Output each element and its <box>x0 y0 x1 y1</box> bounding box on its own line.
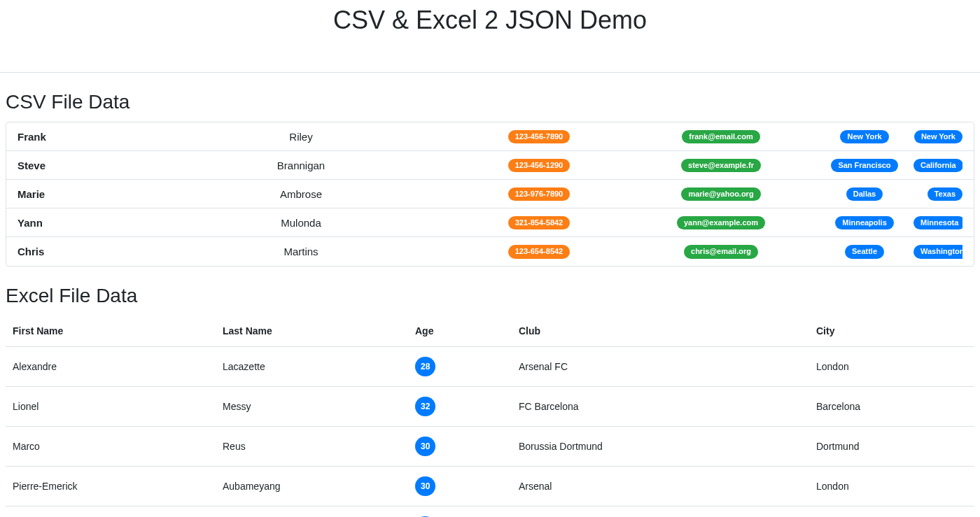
csv-first-name: Frank <box>18 131 150 143</box>
excel-age: 32 <box>408 387 512 427</box>
age-badge: 32 <box>415 397 435 416</box>
csv-last-name: Brannigan <box>150 160 451 171</box>
csv-first-name: Marie <box>18 188 150 200</box>
city-badge: Seattle <box>845 245 884 258</box>
col-last-header: Last Name <box>216 316 408 347</box>
phone-badge: 123-456-7890 <box>508 130 570 143</box>
csv-last-name: Riley <box>150 131 451 143</box>
city-badge: San Francisco <box>831 159 897 172</box>
city-badge: New York <box>840 130 888 143</box>
csv-last-name: Martins <box>150 246 451 257</box>
col-club-header: Club <box>512 316 809 347</box>
table-row: Pierre-Emerick Aubameyang 30 Arsenal Lon… <box>6 467 974 507</box>
city-badge: Minneapolis <box>835 216 894 229</box>
excel-first: Lionel <box>6 387 216 427</box>
excel-club: FC Barcelona <box>512 387 809 427</box>
csv-phone: 123-654-8542 <box>451 244 626 258</box>
csv-state: California <box>913 158 962 172</box>
excel-age: 30 <box>408 427 512 467</box>
csv-email: marie@yahoo.org <box>626 187 816 201</box>
csv-state: New York <box>913 129 962 143</box>
excel-table: First Name Last Name Age Club City Alexa… <box>6 316 974 517</box>
excel-city: Munich <box>809 507 974 518</box>
csv-state: Washington <box>913 244 962 258</box>
state-badge: Washington <box>913 245 962 258</box>
table-row: Steve Brannigan 123-456-1290 steve@examp… <box>6 151 974 180</box>
phone-badge: 123-654-8542 <box>508 245 570 258</box>
excel-club: Borussia Dortmund <box>512 427 809 467</box>
csv-phone: 123-456-1290 <box>451 158 626 172</box>
csv-first-name: Chris <box>18 246 150 257</box>
col-city-header: City <box>809 316 974 347</box>
csv-city: Minneapolis <box>816 215 913 229</box>
phone-badge: 123-456-1290 <box>508 159 570 172</box>
table-row: Yann Mulonda 321-854-5842 yann@example.c… <box>6 208 974 237</box>
state-badge: New York <box>914 130 962 143</box>
content: CSV File Data Frank Riley 123-456-7890 f… <box>0 91 980 517</box>
excel-age: 28 <box>408 347 512 387</box>
age-badge: 28 <box>415 357 435 376</box>
age-badge: 30 <box>415 476 435 496</box>
table-row: Marie Ambrose 123-976-7890 marie@yahoo.o… <box>6 180 974 208</box>
excel-city: London <box>809 347 974 387</box>
email-badge: steve@example.fr <box>681 159 761 172</box>
excel-first: Marco <box>6 427 216 467</box>
email-badge: yann@example.com <box>677 216 765 229</box>
excel-club: Arsenal FC <box>512 347 809 387</box>
phone-badge: 123-976-7890 <box>508 187 570 201</box>
table-row: Alexandre Lacazette 28 Arsenal FC London <box>6 347 974 387</box>
csv-table: Frank Riley 123-456-7890 frank@email.com… <box>6 122 974 267</box>
csv-first-name: Yann <box>18 217 150 229</box>
excel-age: 30 <box>408 467 512 507</box>
excel-section-heading: Excel File Data <box>6 285 974 307</box>
excel-first: Pierre-Emerick <box>6 467 216 507</box>
excel-club: FC Bayern Munich <box>512 507 809 518</box>
table-row: Robert Lewandowski 31 FC Bayern Munich M… <box>6 507 974 518</box>
excel-last: Reus <box>216 427 408 467</box>
csv-city: San Francisco <box>816 158 913 172</box>
table-row: Frank Riley 123-456-7890 frank@email.com… <box>6 122 974 151</box>
excel-club: Arsenal <box>512 467 809 507</box>
excel-age: 31 <box>408 507 512 518</box>
excel-city: Barcelona <box>809 387 974 427</box>
phone-badge: 321-854-5842 <box>508 216 570 229</box>
col-first-header: First Name <box>6 316 216 347</box>
csv-city: New York <box>816 129 913 143</box>
city-badge: Dallas <box>846 187 883 201</box>
csv-state: Minnesota <box>913 215 962 229</box>
hero: CSV & Excel 2 JSON Demo <box>0 0 980 73</box>
table-row: Marco Reus 30 Borussia Dortmund Dortmund <box>6 427 974 467</box>
state-badge: Texas <box>927 187 962 201</box>
excel-last: Aubameyang <box>216 467 408 507</box>
email-badge: marie@yahoo.org <box>681 187 760 201</box>
table-row: Chris Martins 123-654-8542 chris@email.o… <box>6 237 974 266</box>
excel-city: London <box>809 467 974 507</box>
csv-last-name: Mulonda <box>150 217 451 229</box>
csv-section-heading: CSV File Data <box>6 91 974 113</box>
table-header-row: First Name Last Name Age Club City <box>6 316 974 347</box>
state-badge: California <box>913 159 962 172</box>
page-title: CSV & Excel 2 JSON Demo <box>333 6 647 35</box>
csv-state: Texas <box>913 187 962 201</box>
csv-email: steve@example.fr <box>626 158 816 172</box>
excel-last: Lewandowski <box>216 507 408 518</box>
csv-phone: 321-854-5842 <box>451 215 626 229</box>
csv-email: yann@example.com <box>626 215 816 229</box>
table-row: Lionel Messy 32 FC Barcelona Barcelona <box>6 387 974 427</box>
excel-last: Messy <box>216 387 408 427</box>
age-badge: 30 <box>415 437 435 456</box>
state-badge: Minnesota <box>913 216 962 229</box>
csv-city: Dallas <box>816 187 913 201</box>
csv-email: chris@email.org <box>626 244 816 258</box>
excel-first: Alexandre <box>6 347 216 387</box>
csv-last-name: Ambrose <box>150 188 451 200</box>
email-badge: frank@email.com <box>682 130 760 143</box>
csv-phone: 123-976-7890 <box>451 187 626 201</box>
csv-phone: 123-456-7890 <box>451 129 626 143</box>
csv-first-name: Steve <box>18 160 150 171</box>
csv-email: frank@email.com <box>626 129 816 143</box>
excel-last: Lacazette <box>216 347 408 387</box>
email-badge: chris@email.org <box>684 245 758 258</box>
col-age-header: Age <box>408 316 512 347</box>
excel-first: Robert <box>6 507 216 518</box>
